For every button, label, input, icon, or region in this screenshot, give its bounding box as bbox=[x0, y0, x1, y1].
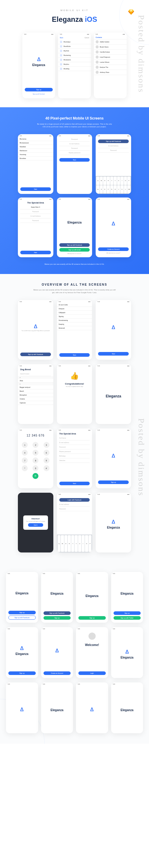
next-button[interactable]: Next bbox=[59, 353, 90, 357]
dial-number: 12 345 676 bbox=[18, 431, 53, 439]
key-4[interactable]: 4 bbox=[22, 450, 28, 456]
hero-row: 9:41●●● ᐃ Eleganza Sign up Sign up with … bbox=[0, 30, 149, 107]
next-button[interactable]: Next bbox=[20, 187, 51, 191]
email-button[interactable]: Sign up with email bbox=[59, 248, 90, 252]
list-item[interactable]: Evelyne Tha bbox=[94, 65, 127, 70]
next-button[interactable]: Next bbox=[59, 158, 90, 162]
list-item[interactable]: Adélie Garden bbox=[94, 39, 127, 44]
fb-button[interactable]: Sign up with Facebook bbox=[59, 243, 90, 247]
list-item[interactable]: Camille Dubois bbox=[94, 50, 127, 55]
phone-brand: 9:41●●● Eleganza bbox=[96, 364, 131, 424]
header: MOBILE UI KIT Eleganza iOS bbox=[0, 0, 149, 30]
blue-desc: Be ready for a huge amount of UX pattern… bbox=[36, 123, 113, 128]
search-input[interactable]: Search breed bbox=[20, 372, 51, 376]
phone-signup2: 9:41●●● ᐃ Sign up bbox=[96, 429, 131, 488]
phone-modal: Attention! Your session will expire in 5… bbox=[18, 493, 53, 553]
overview-section: OVERVIEW OF ALL THE SCREENS Below you ca… bbox=[0, 274, 149, 566]
key-star[interactable]: * bbox=[22, 465, 28, 471]
key-0[interactable]: 0 bbox=[33, 465, 38, 471]
keyboard[interactable]: QWERTYUIOP bbox=[57, 534, 92, 553]
overview-title: OVERVIEW OF ALL THE SCREENS bbox=[6, 283, 143, 286]
brand-text: Eleganza bbox=[32, 63, 45, 67]
key-1[interactable]: 1 bbox=[22, 442, 28, 448]
key-5[interactable]: 5 bbox=[33, 450, 38, 456]
next-button[interactable]: Next bbox=[98, 352, 129, 355]
phone-search: 9:41●●● BackCancel ⬚Shortstays ⬚ShortKic… bbox=[58, 33, 91, 98]
list-item[interactable]: Bryant Stone bbox=[94, 44, 127, 50]
list-item[interactable]: Anthony Pane bbox=[94, 70, 127, 75]
phone-dialer: 9:41●●● 12 345 676 123 456 789 *0# ✆ bbox=[18, 429, 53, 488]
got-it-button[interactable]: Got it bbox=[28, 523, 43, 527]
phone-categories: 9:41●●● Art and Crafts Antiques Calligra… bbox=[57, 300, 92, 360]
phone-splash: 9:41●●● ᐃ Eleganza Sign up Sign up with … bbox=[22, 33, 55, 98]
watermark-text: Posted by dimsons bbox=[137, 418, 146, 496]
overview-desc: Below you can see exactly all the 40 scr… bbox=[33, 289, 116, 294]
blue-section: 40 Pixel-perfect Mobile UI Screens Be re… bbox=[0, 107, 149, 274]
phone-brand2: 9:41●●● ᐃEleganza bbox=[96, 493, 131, 553]
call-button[interactable]: ✆ bbox=[33, 473, 38, 479]
key-7[interactable]: 7 bbox=[22, 458, 28, 463]
signup-button[interactable]: Sign up bbox=[25, 88, 53, 91]
key-3[interactable]: 3 bbox=[43, 442, 49, 448]
key-8[interactable]: 8 bbox=[33, 458, 38, 463]
blue-title: 40 Pixel-perfect Mobile UI Screens bbox=[6, 116, 143, 120]
phone-fb-login: 9:41●●● Login with Facebook E-mail addre… bbox=[57, 493, 92, 553]
avatar bbox=[88, 632, 96, 640]
phone-form: 9:41●●● Password E-mail Address Password… bbox=[57, 134, 92, 194]
fb-button[interactable]: Sign up with Facebook bbox=[20, 352, 51, 356]
phone-login: 9:41●●● ᐃYou couldn't have any great thi… bbox=[18, 300, 53, 360]
fb-button[interactable]: Sign up with Facebook bbox=[98, 140, 129, 143]
phone-congrats: 9:41●●● 👍 Congratulations! You have comp… bbox=[57, 364, 92, 424]
keyboard[interactable]: QWERTYUIOP ASDFGHJKL⌫ bbox=[96, 176, 131, 194]
logo-icon: ᐃ bbox=[37, 57, 40, 62]
key-2[interactable]: 2 bbox=[33, 442, 38, 448]
key-6[interactable]: 6 bbox=[43, 450, 49, 456]
list-item[interactable]: Louise Gibson bbox=[94, 60, 127, 65]
phone-form2: 9:41●●● The Special Area Full Name E-mai… bbox=[57, 429, 92, 488]
phone-breeds: 9:41●●● Dog Breed Search breed A Akita B… bbox=[18, 364, 53, 424]
phone-list: 9:41●●● Blumenau Bhubaneswar Westfield M… bbox=[18, 134, 53, 194]
key-hash[interactable]: # bbox=[43, 465, 49, 471]
phone-contacts: 9:41●●● Contacts Adélie Garden Bryant St… bbox=[94, 33, 127, 98]
phone-create: 9:41●●● ᐃ Create an Account Already have… bbox=[96, 197, 131, 257]
back-button[interactable]: Back bbox=[60, 37, 63, 38]
phone-fb-signup: 9:41●●● Sign up with Facebook E-mail Add… bbox=[96, 134, 131, 194]
list-item[interactable]: Lloyd Ferguson bbox=[94, 55, 127, 60]
key-9[interactable]: 9 bbox=[43, 458, 49, 463]
blue-footer: Below you can see exactly all the 40 scr… bbox=[6, 263, 143, 265]
next-button[interactable]: Next bbox=[20, 251, 51, 254]
watermark-text: Posted by dimsons bbox=[137, 15, 146, 93]
phone-special: 9:41●●● The Special Area Equip Diam 3 Pa… bbox=[18, 197, 53, 257]
cancel-button[interactable]: Cancel bbox=[84, 37, 89, 38]
create-button[interactable]: Create an Account bbox=[98, 247, 129, 251]
thumbs-icon: 👍 bbox=[57, 372, 92, 380]
phone-logo-next: 9:41●●● ᐃ Next bbox=[96, 300, 131, 360]
sketch-icon bbox=[128, 9, 134, 15]
bottom-grid: 9:41EleganzaSign upSign up with Facebook… bbox=[0, 566, 149, 744]
phone-signup-options: 9:41●●● Eleganza Sign up with Facebook S… bbox=[57, 197, 92, 257]
contacts-title: Contacts bbox=[94, 36, 127, 39]
